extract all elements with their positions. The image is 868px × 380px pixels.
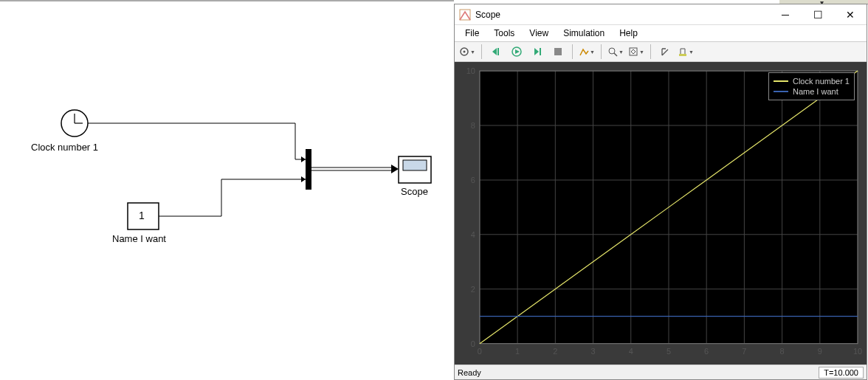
clock-block <box>61 110 88 137</box>
legend-swatch-2 <box>774 91 788 92</box>
svg-text:0: 0 <box>471 339 475 348</box>
marker-icon <box>678 46 688 57</box>
menu-simulation[interactable]: Simulation <box>557 27 610 40</box>
autoscale-icon <box>628 46 638 57</box>
menu-tools[interactable]: Tools <box>488 27 520 40</box>
status-text: Ready <box>458 368 819 377</box>
menubar: File Tools View Simulation Help <box>455 25 867 41</box>
sim-time: T=10.000 <box>819 367 864 379</box>
svg-text:8: 8 <box>780 347 785 356</box>
svg-marker-18 <box>515 49 520 54</box>
svg-text:10: 10 <box>853 347 862 356</box>
svg-rect-4 <box>306 149 311 190</box>
svg-text:2: 2 <box>553 347 557 356</box>
svg-text:0: 0 <box>478 347 482 356</box>
svg-text:5: 5 <box>666 347 671 356</box>
close-button[interactable]: ✕ <box>834 4 867 25</box>
zoom-icon <box>607 46 618 57</box>
minimize-button[interactable]: ─ <box>769 4 802 25</box>
svg-text:6: 6 <box>471 176 475 184</box>
maximize-button[interactable]: ☐ <box>802 4 834 25</box>
play-icon <box>512 46 522 57</box>
svg-text:10: 10 <box>466 66 475 75</box>
menu-file[interactable]: File <box>459 27 485 40</box>
step-back-icon <box>491 46 501 57</box>
svg-line-23 <box>614 53 617 56</box>
svg-point-22 <box>609 48 615 54</box>
zoom-button[interactable]: ▼ <box>606 44 625 60</box>
svg-text:6: 6 <box>704 347 709 356</box>
legend-swatch-1 <box>774 80 788 82</box>
svg-text:8: 8 <box>471 121 475 130</box>
svg-text:7: 7 <box>742 347 746 356</box>
toolbar: ▼ ▼ ▼ ▼ ▼ <box>455 41 867 62</box>
step-fwd-button[interactable] <box>528 44 547 60</box>
svg-text:9: 9 <box>818 347 822 356</box>
separator <box>572 44 573 59</box>
step-fwd-icon <box>532 46 542 57</box>
triggers-button[interactable]: ▼ <box>676 44 695 60</box>
svg-point-14 <box>464 51 466 53</box>
model-diagram <box>0 1 454 380</box>
svg-text:2: 2 <box>471 285 475 294</box>
stop-icon <box>553 46 563 57</box>
svg-rect-21 <box>554 48 562 55</box>
constant-label[interactable]: Name I want <box>112 233 166 244</box>
app-icon <box>459 9 471 21</box>
plot-area[interactable]: 0123456789100246810 Clock number 1 Name … <box>455 62 867 365</box>
svg-rect-20 <box>540 48 541 55</box>
svg-rect-16 <box>497 48 499 55</box>
signal-icon <box>579 46 589 57</box>
svg-text:3: 3 <box>590 347 595 356</box>
chart: 0123456789100246810 <box>459 66 862 360</box>
legend-row-1: Clock number 1 <box>774 76 850 86</box>
autoscale-button[interactable]: ▼ <box>627 44 646 60</box>
separator <box>601 44 602 59</box>
svg-text:1: 1 <box>515 347 520 356</box>
measure-button[interactable] <box>655 44 675 60</box>
constant-value[interactable]: 1 <box>139 210 145 221</box>
svg-marker-15 <box>492 48 497 55</box>
highlight-button[interactable]: ▼ <box>577 44 596 60</box>
step-back-button[interactable] <box>486 44 506 60</box>
legend-row-2: Name I want <box>774 86 850 97</box>
separator <box>481 44 482 59</box>
scope-window: Scope ─ ☐ ✕ File Tools View Simulation H… <box>454 4 867 380</box>
statusbar: Ready T=10.000 <box>455 365 867 379</box>
svg-marker-7 <box>301 156 306 162</box>
svg-rect-6 <box>403 160 427 170</box>
legend-text-2: Name I want <box>793 87 838 96</box>
titlebar[interactable]: Scope ─ ☐ ✕ <box>455 4 867 25</box>
mux-block <box>306 149 311 190</box>
scope-block <box>399 156 431 183</box>
gear-icon <box>459 46 469 57</box>
svg-rect-25 <box>679 54 686 56</box>
svg-text:4: 4 <box>629 347 633 356</box>
svg-text:4: 4 <box>471 230 475 239</box>
menu-help[interactable]: Help <box>613 27 644 40</box>
legend[interactable]: Clock number 1 Name I want <box>768 72 855 100</box>
separator <box>650 44 651 59</box>
clock-label[interactable]: Clock number 1 <box>31 142 98 153</box>
svg-marker-8 <box>301 176 306 182</box>
settings-button[interactable]: ▼ <box>458 44 477 60</box>
simulink-canvas[interactable]: Clock number 1 1 Name I want Scope <box>0 0 454 380</box>
run-button[interactable] <box>507 44 526 60</box>
cursor-icon <box>660 46 670 57</box>
stop-button[interactable] <box>548 44 568 60</box>
svg-marker-19 <box>534 48 539 55</box>
window-title: Scope <box>475 10 769 20</box>
legend-text-1: Clock number 1 <box>793 77 850 86</box>
svg-marker-11 <box>391 165 399 173</box>
scope-block-label[interactable]: Scope <box>401 186 428 197</box>
menu-view[interactable]: View <box>523 27 554 40</box>
